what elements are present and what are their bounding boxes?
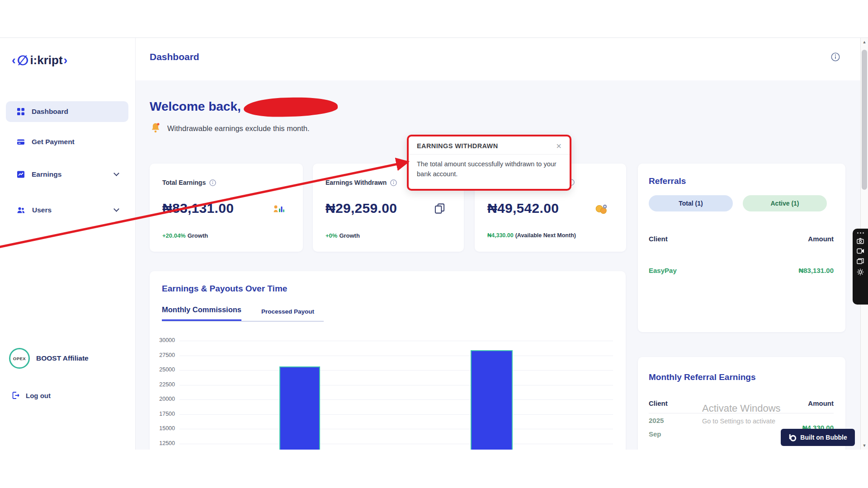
affiliate-row: OPEX BOOST Affiliate	[9, 348, 89, 369]
column-header-amount: Amount	[808, 399, 834, 407]
growth-value: +0%	[326, 232, 337, 239]
camera-icon[interactable]	[857, 238, 864, 244]
users-icon	[17, 206, 25, 214]
stat-value: ₦49,542.00	[487, 201, 559, 216]
y-axis-tick: 27500	[153, 352, 175, 358]
stat-value: ₦29,259.00	[326, 201, 397, 216]
redacted-name-scribble	[243, 96, 338, 117]
gridline	[179, 341, 613, 341]
scrollbar-down-arrow[interactable]: ▼	[861, 443, 868, 448]
y-axis-tick: 25000	[153, 366, 175, 373]
y-axis-tick: 22500	[153, 381, 175, 388]
header-info-icon[interactable]	[831, 52, 840, 61]
scrollbar-thumb[interactable]	[862, 50, 867, 190]
window-capture-icon[interactable]	[857, 258, 864, 264]
column-header-client: Client	[649, 399, 668, 407]
header-divider	[649, 413, 834, 413]
sidebar-item-label: Get Payment	[32, 138, 75, 146]
logout-icon	[12, 391, 20, 399]
table-row-month: Sep	[649, 430, 661, 438]
notice-text: Withdrawable earnings exclude this month…	[167, 124, 310, 133]
built-on-bubble-badge[interactable]: Built on Bubble	[781, 429, 855, 446]
capture-toolbar	[853, 229, 868, 305]
referrals-title: Referrals	[649, 176, 686, 186]
payment-card-icon	[17, 138, 25, 146]
main-area: Dashboard Welcome back, Withdrawable ear…	[136, 38, 868, 450]
stat-card-total-earnings: Total Earnings ₦83,131.00	[150, 164, 303, 252]
sidebar: ‹ ∅ i:kript › Dashboard	[0, 38, 136, 450]
copy-icon	[434, 202, 446, 216]
referrals-active-pill[interactable]: Active (1)	[743, 195, 827, 211]
opex-logo: OPEX	[9, 348, 30, 369]
sidebar-item-get-payment[interactable]: Get Payment	[6, 131, 128, 152]
table-row-year: 2025	[649, 448, 664, 450]
table-row-amount: ₦83,131.00	[798, 267, 834, 274]
table-row-year: 2025	[649, 417, 664, 424]
gridline	[179, 444, 613, 444]
stat-growth: +0%Growth	[326, 232, 360, 239]
main-header: Dashboard	[136, 38, 868, 80]
tabs-underline	[162, 321, 324, 322]
stat-value: ₦83,131.00	[162, 201, 234, 216]
chevron-down-icon	[113, 206, 119, 212]
app-screen: ‹ ∅ i:kript › Dashboard	[0, 0, 868, 488]
info-icon[interactable]	[390, 179, 397, 186]
gridline	[179, 356, 613, 356]
gridline	[179, 399, 613, 400]
tooltip-title: EARNINGS WITHDRAWN	[417, 142, 498, 150]
tab-processed-payout[interactable]: Processed Payout	[261, 308, 314, 315]
coins-icon	[594, 202, 608, 218]
gear-icon[interactable]	[857, 268, 864, 276]
gridline	[179, 414, 613, 415]
stat-label: Earnings Withdrawn	[326, 179, 387, 186]
stat-growth: +20.04%Growth	[162, 232, 208, 239]
y-axis-tick: 12500	[153, 440, 175, 446]
earnings-chart-icon	[17, 170, 25, 178]
growth-value: +20.04%	[162, 232, 186, 239]
welcome-heading: Welcome back,	[150, 99, 241, 114]
person-chart-icon	[272, 202, 285, 217]
gridline	[179, 370, 613, 371]
y-axis-tick: 15000	[153, 425, 175, 432]
gridline	[179, 429, 613, 429]
earnings-withdrawn-tooltip: EARNINGS WITHDRAWN × The total amount su…	[407, 135, 571, 191]
sub-label: (Available Next Month)	[515, 232, 576, 239]
column-header-client: Client	[649, 235, 668, 243]
sidebar-item-earnings[interactable]: Earnings	[6, 164, 128, 185]
sub-amount: ₦4,330.00	[487, 232, 514, 239]
notice-row: Withdrawable earnings exclude this month…	[150, 122, 310, 135]
grid-icon	[17, 108, 25, 116]
top-strip	[0, 0, 868, 38]
stat-label: Total Earnings	[162, 179, 206, 186]
sidebar-item-label: Earnings	[32, 170, 61, 178]
referrals-total-pill[interactable]: Total (1)	[649, 195, 733, 211]
chart-bar	[471, 350, 513, 450]
earnings-chart-card: Earnings & Payouts Over Time Monthly Com…	[150, 271, 626, 450]
chart-bar	[279, 366, 320, 450]
column-header-amount: Amount	[808, 235, 834, 243]
video-camera-icon[interactable]	[857, 248, 864, 254]
y-axis-tick: 17500	[153, 411, 175, 417]
growth-label: Growth	[188, 232, 208, 239]
tooltip-body: The total amount successfully withdrawn …	[409, 155, 570, 183]
info-icon[interactable]	[209, 179, 216, 186]
growth-label: Growth	[339, 232, 360, 239]
referrals-card: Referrals Total (1) Active (1) Client Am…	[638, 164, 845, 332]
tab-monthly-commissions[interactable]: Monthly Commissions	[162, 305, 241, 321]
close-icon[interactable]: ×	[556, 143, 561, 149]
logout-label: Log out	[26, 392, 51, 399]
table-row-client: EasyPay	[649, 267, 677, 274]
scrollbar-up-arrow[interactable]: ▲	[861, 40, 868, 44]
affiliate-label: BOOST Affiliate	[36, 354, 89, 362]
page-title: Dashboard	[150, 52, 199, 62]
sidebar-item-users[interactable]: Users	[6, 200, 128, 221]
bell-icon	[150, 122, 161, 135]
sidebar-item-label: Users	[32, 206, 52, 214]
y-axis-tick: 20000	[153, 396, 175, 402]
drag-handle-icon[interactable]	[857, 232, 864, 234]
y-axis-tick: 30000	[153, 337, 175, 343]
chart-title: Earnings & Payouts Over Time	[162, 284, 287, 294]
bubble-logo-icon	[788, 433, 797, 441]
sidebar-item-dashboard[interactable]: Dashboard	[6, 101, 128, 122]
logout-button[interactable]: Log out	[12, 391, 51, 399]
